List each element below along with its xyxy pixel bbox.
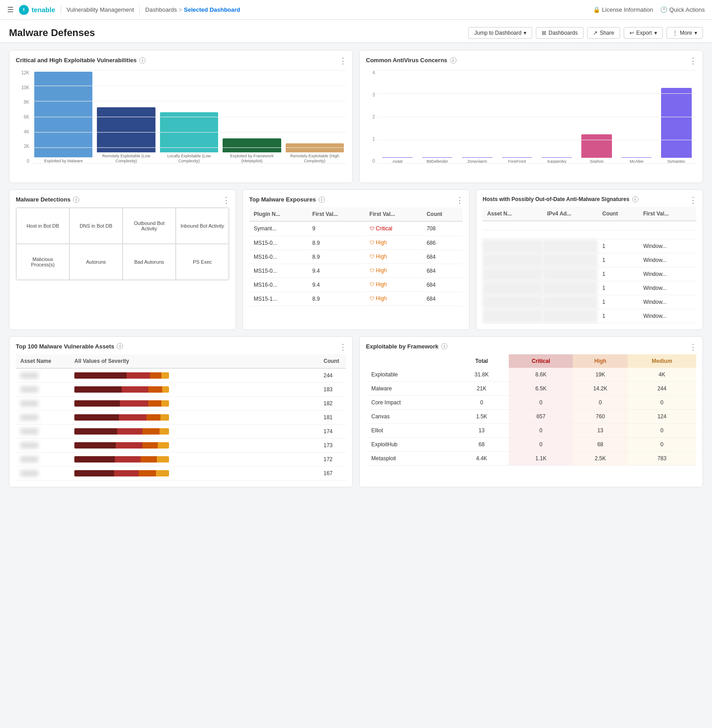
cell-ef-label: Malware (366, 381, 454, 395)
cell-severity: 🛡 High (365, 264, 422, 278)
cell-severity: 🛡 High (365, 278, 422, 292)
th-asset: Asset N... (483, 207, 543, 221)
cell-val: Window... (639, 281, 696, 295)
top-malware-info-icon[interactable]: i (319, 197, 325, 203)
table-row[interactable]: MS16-0... 8.9 🛡 High 684 (249, 250, 463, 264)
cell-severity-bar (70, 424, 319, 438)
table-row[interactable]: 173 (16, 438, 346, 452)
table-row[interactable]: MS15-0... 9.4 🛡 High 684 (249, 264, 463, 278)
cell-ef-critical: 0 (509, 423, 573, 437)
detection-cell-4[interactable]: Malicious Process(s) (16, 244, 69, 280)
top100-menu-icon[interactable]: ⋮ (339, 342, 347, 352)
top100-info-icon[interactable]: i (117, 343, 123, 349)
table-row[interactable]: 181 (16, 410, 346, 424)
more-button[interactable]: ⋮ More ▾ (666, 27, 703, 39)
th-asset-name: Asset Name (16, 354, 70, 368)
cell-severity-bar (70, 368, 319, 383)
th-ef-label (366, 354, 454, 368)
table-row[interactable]: 1 Window... (483, 281, 696, 295)
table-row[interactable]: MS16-0... 9.4 🛡 High 684 (249, 278, 463, 292)
critical-high-menu-icon[interactable]: ⋮ (339, 56, 347, 66)
detection-cell-7[interactable]: PS Exec (176, 244, 229, 280)
cell-asset-name (16, 368, 70, 383)
cell-asset-name (16, 452, 70, 466)
table-row[interactable]: Metasploit 4.4K 1.1K 2.5K 783 (366, 451, 696, 465)
cell-asset (483, 309, 543, 323)
cell-count: 684 (422, 292, 463, 306)
cell-ef-critical: 0 (509, 437, 573, 451)
cell-ipv4 (543, 253, 598, 267)
table-row[interactable]: 1 Window... (483, 267, 696, 281)
cell-plugin: MS16-0... (249, 278, 308, 292)
table-row[interactable]: 174 (16, 424, 346, 438)
critical-high-info-icon[interactable]: i (139, 57, 146, 64)
cell-count: 181 (319, 410, 346, 424)
cell-asset-name (16, 410, 70, 424)
malware-detections-info-icon[interactable]: i (73, 197, 79, 203)
table-row[interactable]: Canvas 1.5K 657 760 124 (366, 409, 696, 423)
quick-actions-button[interactable]: 🕐 Quick Actions (660, 6, 705, 13)
cell-val: Window... (639, 239, 696, 253)
export-button[interactable]: ↩ Export ▾ (624, 27, 663, 39)
th-count: Count (422, 207, 463, 221)
antivirus-chart-title: Common AntiVirus Concerns i (366, 57, 696, 64)
cell-val: Window... (639, 253, 696, 267)
detection-cell-6[interactable]: Bad Autoruns (123, 244, 176, 280)
table-row[interactable]: 182 (16, 396, 346, 410)
cell-val: Window... (639, 267, 696, 281)
chevron-down-icon-3: ▾ (694, 30, 697, 36)
table-row[interactable]: Exploitable 31.8K 8.6K 19K 4K (366, 368, 696, 382)
share-button[interactable]: ↗ Share (587, 27, 620, 39)
table-row[interactable]: 172 (16, 452, 346, 466)
cell-asset (483, 253, 543, 267)
table-row[interactable]: Core Impact 0 0 0 0 (366, 395, 696, 409)
cell-count: 1 (598, 239, 639, 253)
cell-ef-high: 13 (573, 423, 627, 437)
table-row[interactable]: Symant... 9 🛡 Critical 708 (249, 221, 463, 236)
detection-cell-2[interactable]: Outbound Bot Activity (123, 208, 176, 244)
cell-ef-critical: 6.5K (509, 381, 573, 395)
detection-cell-1[interactable]: DNS in Bot DB (69, 208, 123, 244)
detection-cell-3[interactable]: Inbound Bot Activity (176, 208, 229, 244)
table-row[interactable]: MS15-0... 8.9 🛡 High 686 (249, 236, 463, 250)
table-row[interactable]: Malware 21K 6.5K 14.2K 244 (366, 381, 696, 395)
table-row[interactable]: ExploitHub 68 0 68 0 (366, 437, 696, 451)
table-row[interactable]: 1 Window... (483, 239, 696, 253)
table-row[interactable]: 1 Window... (483, 295, 696, 309)
cell-ef-high: 760 (573, 409, 627, 423)
cell-severity: 🛡 High (365, 250, 422, 264)
malware-detections-menu-icon[interactable]: ⋮ (222, 195, 230, 205)
top-malware-menu-icon[interactable]: ⋮ (456, 195, 464, 205)
hosts-antimalware-menu-icon[interactable]: ⋮ (689, 195, 697, 205)
table-row[interactable]: 244 (16, 368, 346, 383)
table-row[interactable]: MS15-1... 8.9 🛡 High 684 (249, 292, 463, 306)
table-row[interactable]: 167 (16, 466, 346, 480)
license-info-button[interactable]: 🔒 License Information (593, 6, 653, 13)
antivirus-menu-icon[interactable]: ⋮ (689, 56, 697, 66)
table-row[interactable]: 1 Window... (483, 253, 696, 267)
table-row[interactable]: Elliot 13 0 13 0 (366, 423, 696, 437)
hamburger-icon[interactable]: ☰ (7, 5, 14, 14)
jump-to-dashboard-button[interactable]: Jump to Dashboard ▾ (468, 27, 532, 39)
exploitable-framework-info-icon[interactable]: i (441, 343, 447, 349)
cell-plugin: MS16-0... (249, 250, 308, 264)
cell-val1: 9 (308, 221, 365, 236)
cell-asset (483, 295, 543, 309)
cell-count: 183 (319, 382, 346, 396)
detection-cell-5[interactable]: Autoruns (69, 244, 123, 280)
cell-severity-bar (70, 382, 319, 396)
detection-cell-0[interactable]: Host in Bot DB (16, 208, 69, 244)
nav-divider-1 (61, 5, 61, 14)
cell-ipv4 (543, 281, 598, 295)
cell-plugin: Symant... (249, 221, 308, 236)
cell-ef-high: 0 (573, 395, 627, 409)
antivirus-info-icon[interactable]: i (450, 57, 456, 64)
exploitable-framework-menu-icon[interactable]: ⋮ (689, 342, 697, 352)
cell-count: 1 (598, 281, 639, 295)
cell-val1: 8.9 (308, 292, 365, 306)
dashboards-button[interactable]: ⊞ Dashboards (536, 27, 584, 39)
table-row[interactable]: 183 (16, 382, 346, 396)
cell-count: 172 (319, 452, 346, 466)
table-row[interactable]: 1 Window... (483, 309, 696, 323)
hosts-antimalware-info-icon[interactable]: i (632, 196, 639, 202)
